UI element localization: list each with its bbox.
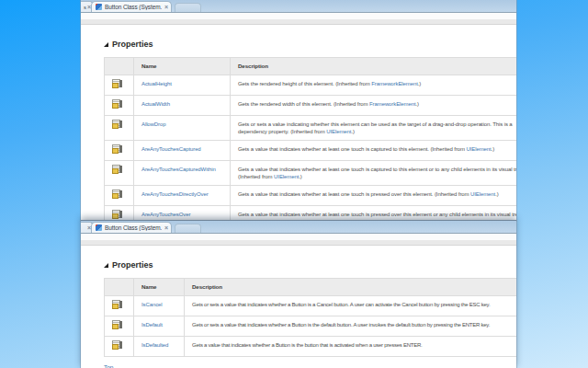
property-description-cell: Gets or sets a value indicating whether …	[231, 116, 517, 141]
property-name-cell: AreAnyTouchesCaptured	[134, 141, 231, 161]
section-expanded-triangle-icon	[104, 263, 108, 268]
table-row: ActualHeightGets the rendered height of …	[105, 75, 517, 96]
background-tab-stub[interactable]	[175, 3, 201, 12]
property-icon-cell	[105, 96, 134, 116]
property-description-text: Gets or sets a value that indicates whet…	[192, 322, 490, 328]
property-description-suffix: .)	[415, 101, 418, 107]
property-description-text: Gets the rendered width of this element.…	[238, 101, 369, 107]
property-description-suffix: .)	[492, 146, 494, 152]
property-name-cell: IsCancel	[134, 296, 185, 316]
background-tab-stub[interactable]	[175, 224, 201, 233]
name-column-header: Name	[134, 279, 185, 296]
property-description-cell: Gets the rendered width of this element.…	[231, 96, 517, 116]
property-description-cell: Gets or sets a value that indicates whet…	[185, 316, 517, 337]
partial-tab-label: s	[84, 5, 86, 10]
properties-table-body: IsCancelGets or sets a value that indica…	[105, 296, 517, 357]
inherited-from-link[interactable]: UIElement	[470, 191, 495, 197]
property-icon-cell	[105, 186, 134, 206]
property-description-text: Gets a value that indicates whether a Bu…	[192, 342, 422, 348]
property-name-cell: AllowDrop	[134, 116, 231, 141]
section-expanded-triangle-icon	[104, 42, 108, 47]
properties-table: Name Description ActualHeightGets the re…	[104, 57, 516, 221]
properties-table: Name Description IsCancelGets or sets a …	[104, 278, 516, 357]
tab-bar: × Button Class (System.Win ×	[81, 221, 516, 233]
property-icon	[112, 300, 122, 309]
property-icon-cell	[105, 337, 134, 357]
property-name-link[interactable]: AreAnyTouchesCapturedWithin	[141, 167, 216, 172]
property-description-cell: Gets a value that indicates whether a Bu…	[185, 337, 517, 357]
property-description-text: Gets a value that indicates whether at l…	[238, 191, 470, 197]
property-name-link[interactable]: AllowDrop	[141, 121, 165, 127]
property-icon-cell	[105, 161, 134, 186]
active-tab[interactable]: Button Class (System.Win ×	[91, 1, 172, 12]
property-icon	[112, 320, 122, 329]
active-tab[interactable]: Button Class (System.Win ×	[91, 222, 172, 233]
property-icon	[112, 165, 122, 174]
property-name-cell: IsDefaulted	[134, 337, 185, 357]
table-row: IsCancelGets or sets a value that indica…	[105, 296, 517, 316]
property-description-cell: Gets a value that indicates whether at l…	[231, 141, 517, 161]
name-column-header: Name	[134, 58, 231, 75]
property-icon-cell	[105, 316, 134, 337]
property-description-suffix: .)	[299, 174, 301, 179]
properties-section-header[interactable]: Properties	[104, 260, 516, 270]
property-name-link[interactable]: AreAnyTouchesOver	[141, 212, 190, 217]
property-name-link[interactable]: IsCancel	[141, 302, 163, 307]
section-heading-label: Properties	[112, 260, 153, 270]
page-content: Properties Name Description ActualHeight…	[81, 25, 516, 221]
property-icon-cell	[105, 206, 134, 222]
property-description-cell: Gets or sets a value that indicates whet…	[185, 296, 517, 316]
top-link[interactable]: Top	[104, 364, 113, 368]
inherited-from-link[interactable]: UIElement	[274, 174, 299, 179]
property-name-cell: AreAnyTouchesCapturedWithin	[134, 161, 231, 186]
property-name-link[interactable]: AreAnyTouchesDirectlyOver	[141, 191, 209, 197]
property-name-link[interactable]: IsDefaulted	[141, 342, 168, 348]
property-icon	[112, 340, 122, 350]
property-name-link[interactable]: IsDefault	[141, 322, 163, 328]
properties-section-header[interactable]: Properties	[104, 40, 516, 49]
property-name-cell: AreAnyTouchesOver	[134, 206, 231, 222]
msdn-favicon-icon	[96, 4, 102, 10]
inherited-from-link[interactable]: UIElement	[466, 146, 491, 152]
property-name-cell: IsDefault	[134, 316, 185, 337]
inherited-from-link[interactable]: FrameworkElement	[371, 81, 417, 86]
property-icon	[112, 79, 122, 88]
property-icon-cell	[105, 75, 134, 96]
inherited-from-link[interactable]: UIElement	[326, 129, 351, 134]
tab-bar: s × Button Class (System.Win ×	[81, 0, 516, 12]
property-description-suffix: .)	[495, 191, 498, 197]
property-name-link[interactable]: AreAnyTouchesCaptured	[141, 146, 201, 152]
table-row: IsDefaultGets or sets a value that indic…	[105, 316, 517, 337]
close-tab-icon[interactable]: ×	[164, 224, 168, 231]
property-description-suffix: .)	[351, 129, 354, 134]
property-description-text: Gets or sets a value indicating whether …	[238, 121, 513, 134]
inherited-from-link[interactable]: FrameworkElement	[369, 101, 415, 107]
property-description-suffix: .)	[418, 81, 421, 86]
property-icon-cell	[105, 116, 134, 141]
table-row: AreAnyTouchesCapturedWithinGets a value …	[105, 161, 517, 186]
table-row: AllowDropGets or sets a value indicating…	[105, 116, 517, 141]
property-description-text: Gets the rendered height of this element…	[238, 81, 371, 86]
icon-column-header	[105, 58, 134, 75]
icon-column-header	[105, 279, 134, 296]
property-description-cell: Gets a value that indicates whether at l…	[231, 206, 517, 222]
close-tab-icon[interactable]: ×	[164, 4, 168, 10]
property-description-cell: Gets a value that indicates whether at l…	[231, 186, 517, 206]
toolbar	[81, 12, 516, 19]
property-description-cell: Gets a value that indicates whether at l…	[231, 161, 517, 186]
table-header-row: Name Description	[105, 279, 517, 296]
property-description-text: Gets or sets a value that indicates whet…	[192, 302, 490, 307]
property-icon	[112, 144, 122, 154]
property-name-link[interactable]: ActualHeight	[141, 81, 172, 86]
table-row: AreAnyTouchesOverGets a value that indic…	[105, 206, 517, 222]
table-header-row: Name Description	[105, 58, 517, 75]
properties-table-body: ActualHeightGets the rendered height of …	[105, 75, 517, 222]
tab-title: Button Class (System.Win	[105, 224, 162, 231]
tab-title: Button Class (System.Win	[105, 4, 162, 10]
browser-window-bottom: × Button Class (System.Win × Properties …	[81, 221, 516, 368]
property-name-link[interactable]: ActualWidth	[141, 101, 170, 107]
property-icon	[112, 120, 122, 129]
section-heading-label: Properties	[112, 40, 153, 49]
property-name-cell: ActualHeight	[134, 75, 231, 96]
page-content: Properties Name Description IsCancelGets…	[81, 246, 516, 368]
